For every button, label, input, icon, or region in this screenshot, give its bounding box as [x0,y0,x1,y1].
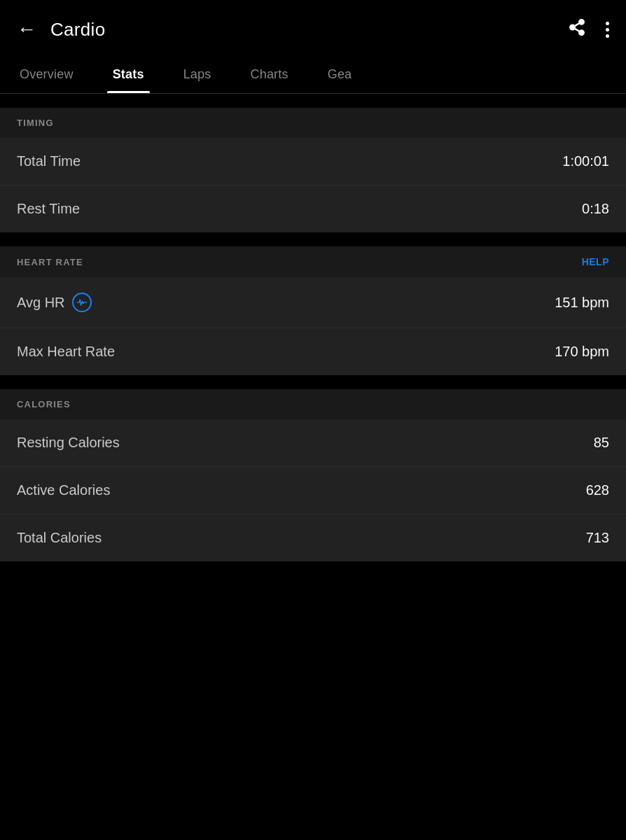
more-options-button[interactable] [606,22,609,38]
calories-section-title: CALORIES [17,399,71,410]
heart-rate-gap [0,232,626,246]
heart-rate-help-button[interactable]: HELP [582,256,609,267]
resting-calories-value: 85 [594,435,609,451]
tab-stats[interactable]: Stats [93,56,164,93]
total-calories-value: 713 [586,530,609,546]
avg-hr-label: Avg HR [17,293,92,312]
heart-rate-section-header: HEART RATE HELP [0,246,626,277]
timing-rows: Total Time 1:00:01 Rest Time 0:18 [0,138,626,232]
max-hr-value: 170 bpm [555,344,609,360]
timing-section-header: TIMING [0,108,626,138]
rest-time-value: 0:18 [582,201,609,217]
rest-time-label: Rest Time [17,201,80,217]
rest-time-row: Rest Time 0:18 [0,186,626,232]
active-calories-value: 628 [586,482,609,498]
tab-laps[interactable]: Laps [164,56,231,93]
total-time-row: Total Time 1:00:01 [0,138,626,186]
resting-calories-label: Resting Calories [17,435,120,451]
avg-hr-row: Avg HR 151 bpm [0,277,626,328]
active-calories-row: Active Calories 628 [0,467,626,514]
tab-gear[interactable]: Gea [308,56,372,93]
total-time-value: 1:00:01 [562,153,609,169]
tab-bar: Overview Stats Laps Charts Gea [0,56,626,94]
timing-section: TIMING Total Time 1:00:01 Rest Time 0:18 [0,108,626,232]
svg-line-3 [574,29,579,31]
header-left: ← Cardio [17,19,105,41]
max-hr-row: Max Heart Rate 170 bpm [0,328,626,375]
svg-line-4 [574,23,579,26]
calories-section: CALORIES Resting Calories 85 Active Calo… [0,389,626,561]
calories-gap [0,375,626,389]
total-calories-row: Total Calories 713 [0,514,626,561]
heart-rate-section: HEART RATE HELP Avg HR 151 bpm Max Heart… [0,246,626,375]
calories-section-header: CALORIES [0,389,626,419]
max-hr-label: Max Heart Rate [17,344,115,360]
heart-rate-icon [72,293,92,312]
share-button[interactable] [568,18,586,41]
avg-hr-value: 151 bpm [555,295,609,311]
resting-calories-row: Resting Calories 85 [0,419,626,467]
heart-rate-section-title: HEART RATE [17,257,83,267]
header-actions [568,18,609,41]
page-title: Cardio [50,19,105,41]
timing-section-title: TIMING [17,118,54,128]
total-time-label: Total Time [17,153,81,169]
tab-overview[interactable]: Overview [0,56,93,93]
active-calories-label: Active Calories [17,482,110,498]
total-calories-label: Total Calories [17,530,102,546]
tab-charts[interactable]: Charts [230,56,307,93]
app-header: ← Cardio [0,0,626,56]
timing-gap [0,94,626,108]
back-button[interactable]: ← [17,20,36,39]
